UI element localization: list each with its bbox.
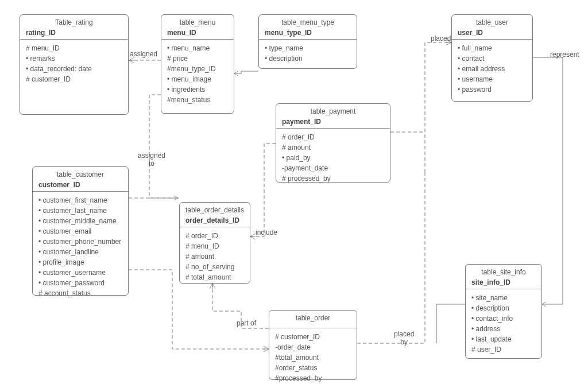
entity-attr: # order_ID	[282, 132, 384, 142]
entity-user: table_user user_ID • full_name • contact…	[451, 14, 533, 102]
entity-attr: # total_amount	[185, 272, 244, 282]
entity-attr: # customer_ID	[275, 332, 351, 342]
entity-title: table_menu	[161, 15, 234, 28]
entity-attrs: # customer_ID-order_date#total_amount#or…	[269, 328, 357, 384]
entity-attr: • ingredients	[167, 84, 228, 95]
entity-attrs: # order_ID# amount • paid_by-payment_dat…	[276, 129, 390, 189]
entity-attr: • username	[458, 74, 527, 84]
entity-attr: • description	[265, 53, 351, 64]
entity-title: table_order_details	[180, 203, 250, 215]
entity-attr: # amount	[282, 142, 384, 153]
entity-attr: • paid_by	[282, 153, 384, 163]
entity-attr: • customer_landline	[38, 247, 122, 257]
entity-attrs: • customer_first_name • customer_last_na…	[33, 192, 128, 304]
entity-rating: Table_rating rating_ID # menu_ID • remar…	[20, 14, 129, 115]
entity-attr: -payment_date	[282, 163, 384, 173]
entity-attr: #processed_by	[275, 373, 351, 383]
label-placed-by: placed by	[394, 330, 414, 347]
entity-attr: -order_date	[275, 342, 351, 352]
entity-payment: table_payment payment_ID # order_ID# amo…	[276, 103, 390, 183]
label-assigned-to: assigned to	[138, 152, 165, 168]
entity-title: table_site_info	[466, 265, 541, 277]
label-assigned: assigned	[130, 50, 157, 58]
entity-attr: • menu_image	[167, 74, 228, 84]
entity-attrs: • full_name • contact • email address • …	[452, 40, 532, 100]
entity-attr: #order_status	[275, 363, 351, 373]
entity-pk: menu_ID	[161, 28, 234, 40]
entity-attr: # customer_ID	[26, 74, 122, 84]
entity-attr: # processed_by	[282, 173, 384, 184]
entity-attr: • customer_password	[38, 278, 122, 288]
entity-order-details: table_order_details order_details_ID # o…	[179, 202, 250, 284]
label-include: include	[256, 228, 277, 236]
entity-pk: order_details_ID	[180, 215, 250, 227]
label-represent: represent	[550, 51, 579, 59]
entity-title: table_payment	[276, 104, 390, 117]
entity-attr: • contact	[458, 53, 527, 64]
entity-attr: • customer_phone_number	[38, 236, 122, 247]
entity-attrs: • menu_name# price#menu_type_ID • menu_i…	[161, 40, 234, 111]
entity-attr: • contact_info	[471, 313, 536, 324]
entity-attr: # order_ID	[185, 231, 244, 241]
entity-attr: • email address	[458, 64, 527, 74]
entity-site-info: table_site_info site_info_ID • site_name…	[465, 264, 542, 359]
entity-attr: • remarks	[26, 53, 122, 64]
entity-attr: • customer_middle_name	[38, 216, 122, 226]
entity-menu-type: table_menu_type menu_type_ID • type_name…	[258, 14, 357, 69]
entity-attr: • last_update	[471, 334, 536, 344]
label-placed: placed	[431, 34, 451, 42]
entity-attrs: # menu_ID • remarks • data_recorded: dat…	[20, 40, 128, 90]
entity-pk: payment_ID	[276, 117, 390, 129]
entity-order: table_order # customer_ID-order_date#tot…	[269, 310, 357, 380]
entity-attr: • customer_last_name	[38, 205, 122, 216]
entity-attr: • site_name	[471, 293, 536, 303]
entity-attr: # menu_ID	[185, 241, 244, 251]
entity-attr: # account_status	[38, 288, 122, 298]
entity-title: table_menu_type	[259, 15, 357, 28]
entity-pk	[269, 323, 357, 328]
label-part-of: part of	[237, 319, 256, 327]
entity-attr: • data_recorded: date	[26, 64, 122, 74]
entity-attr: #total_amount	[275, 352, 351, 363]
entity-attrs: • site_name • description • contact_info…	[466, 289, 541, 360]
entity-pk: rating_ID	[20, 28, 128, 40]
entity-attrs: # order_ID# menu_ID# amount# no_of_servi…	[180, 227, 250, 288]
entity-customer: table_customer customer_ID • customer_fi…	[32, 166, 129, 296]
entity-pk: site_info_ID	[466, 277, 541, 289]
entity-attr: • type_name	[265, 43, 351, 53]
entity-attr: • profile_image	[38, 257, 122, 267]
entity-attr: • customer_username	[38, 267, 122, 278]
entity-attr: • customer_email	[38, 226, 122, 236]
entity-attr: • full_name	[458, 43, 527, 53]
entity-pk: customer_ID	[33, 180, 128, 192]
entity-attr: # user_ID	[471, 344, 536, 355]
entity-pk: menu_type_ID	[259, 28, 357, 40]
entity-attr: • address	[471, 324, 536, 334]
entity-attr: # no_of_serving	[185, 262, 244, 272]
entity-attr: • menu_name	[167, 43, 228, 53]
entity-title: table_customer	[33, 167, 128, 180]
entity-attr: • password	[458, 84, 527, 95]
entity-attr: # price	[167, 53, 228, 64]
entity-attr: #menu_status	[167, 95, 228, 105]
entity-attrs: • type_name • description	[259, 40, 357, 69]
entity-attr: # amount	[185, 251, 244, 262]
entity-menu: table_menu menu_ID • menu_name# price#me…	[161, 14, 234, 114]
entity-attr: # menu_ID	[26, 43, 122, 53]
entity-pk: user_ID	[452, 28, 532, 40]
entity-attr: • description	[471, 303, 536, 313]
entity-attr: #menu_type_ID	[167, 64, 228, 74]
entity-title: table_user	[452, 15, 532, 28]
entity-title: Table_rating	[20, 15, 128, 28]
entity-title: table_order	[269, 311, 357, 323]
entity-attr: • customer_first_name	[38, 195, 122, 205]
